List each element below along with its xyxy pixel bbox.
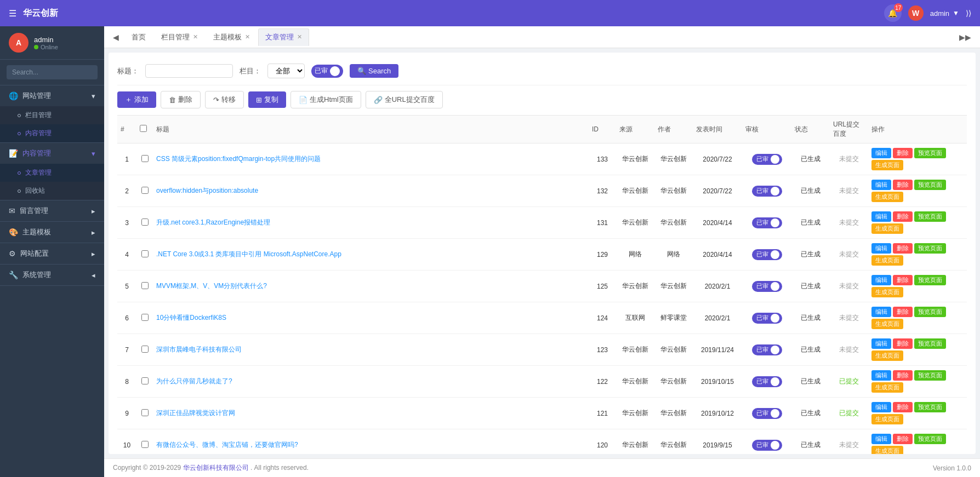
preview-button[interactable]: 预览页面 [914,243,946,254]
delete-row-button[interactable]: 删除 [893,370,913,381]
gen-page-button[interactable]: 生成页面 [871,350,903,361]
row-checkbox[interactable] [141,219,149,226]
delete-row-button[interactable]: 删除 [893,211,913,222]
gen-page-button[interactable]: 生成页面 [871,192,903,202]
audit-toggle-btn[interactable]: 已审 [752,281,782,292]
edit-button[interactable]: 编辑 [871,275,891,285]
preview-button[interactable]: 预览页面 [914,148,946,158]
cell-check[interactable] [136,429,153,455]
row-checkbox[interactable] [141,187,149,194]
title-link[interactable]: 深圳正佳品牌视觉设计官网 [156,409,235,417]
cell-audit[interactable]: 已审 [742,239,791,271]
company-link[interactable]: 华云创新科技有限公司 [183,464,249,472]
preview-button[interactable]: 预览页面 [914,307,946,317]
cell-audit[interactable]: 已审 [742,334,791,366]
gen-page-button[interactable]: 生成页面 [871,414,903,424]
cell-audit[interactable]: 已审 [742,366,791,398]
cell-check[interactable] [136,239,153,271]
sidebar-item-article[interactable]: 文章管理 [0,164,104,182]
tab-article-mgmt[interactable]: 文章管理 ✕ [258,28,309,46]
preview-button[interactable]: 预览页面 [914,402,946,412]
cell-check[interactable] [136,175,153,207]
delete-row-button[interactable]: 删除 [893,148,913,158]
delete-row-button[interactable]: 删除 [893,434,913,444]
title-link[interactable]: 为什么只停留几秒就走了? [156,377,232,385]
cell-audit[interactable]: 已审 [742,207,791,239]
sidebar-item-column-mgmt[interactable]: 栏目管理 [0,106,104,124]
user-info[interactable]: admin ▼ [930,9,959,18]
cell-check[interactable] [136,302,153,334]
edit-button[interactable]: 编辑 [871,402,891,412]
delete-row-button[interactable]: 删除 [893,275,913,285]
gen-page-button[interactable]: 生成页面 [871,160,903,170]
gen-page-button[interactable]: 生成页面 [871,319,903,329]
preview-button[interactable]: 预览页面 [914,275,946,285]
title-link[interactable]: overflow:hidden与position:absolute [156,187,258,194]
cell-check[interactable] [136,143,153,175]
preview-button[interactable]: 预览页面 [914,338,946,349]
sidebar-item-content[interactable]: 📝 内容管理 ▾ [0,143,104,164]
row-checkbox[interactable] [141,282,149,289]
submit-url-button[interactable]: 🔗 全URL提交百度 [366,91,443,108]
tab-article-close-icon[interactable]: ✕ [297,33,302,41]
title-link[interactable]: .NET Core 3.0或3.1 类库项目中引用 Microsoft.AspN… [156,250,341,258]
notification-bell[interactable]: 🔔 17 [884,4,902,22]
cell-audit[interactable]: 已审 [742,143,791,175]
gen-page-button[interactable]: 生成页面 [871,287,903,297]
delete-row-button[interactable]: 删除 [893,307,913,317]
edit-button[interactable]: 编辑 [871,370,891,381]
edit-button[interactable]: 编辑 [871,338,891,349]
audit-toggle-btn[interactable]: 已审 [752,376,782,387]
sidebar-item-site-config[interactable]: ⚙ 网站配置 ▸ [0,243,104,264]
row-checkbox[interactable] [141,441,149,448]
hamburger-icon[interactable]: ☰ [9,8,16,19]
audit-toggle-btn[interactable]: 已审 [752,154,782,165]
tab-column-close-icon[interactable]: ✕ [193,33,198,41]
cell-check[interactable] [136,398,153,429]
title-link[interactable]: 有微信公众号、微博、淘宝店铺，还要做官网吗? [156,441,298,449]
cell-check[interactable] [136,271,153,302]
transfer-button[interactable]: ↷ 转移 [205,91,244,108]
row-checkbox[interactable] [141,377,149,384]
cell-check[interactable] [136,207,153,239]
audit-toggle-btn[interactable]: 已审 [752,249,782,260]
edit-button[interactable]: 编辑 [871,307,891,317]
title-input[interactable] [145,64,233,78]
tab-nav-right[interactable]: ▶▶ [955,31,976,44]
cell-audit[interactable]: 已审 [742,175,791,207]
edit-button[interactable]: 编辑 [871,243,891,254]
sidebar-item-messages[interactable]: ✉ 留言管理 ▸ [0,200,104,221]
cell-check[interactable] [136,334,153,366]
gen-html-button[interactable]: 📄 生成Html页面 [290,91,361,108]
expand-icon[interactable]: ⟩⟩ [966,9,971,18]
sidebar-item-theme[interactable]: 🎨 主题模板 ▸ [0,222,104,243]
copy-button[interactable]: ⊞ 复制 [248,91,286,108]
cell-check[interactable] [136,366,153,398]
row-checkbox[interactable] [141,314,149,321]
audit-toggle-btn[interactable]: 已审 [752,313,782,324]
tab-home[interactable]: 首页 [124,28,153,46]
preview-button[interactable]: 预览页面 [914,180,946,190]
delete-row-button[interactable]: 删除 [893,338,913,349]
delete-button[interactable]: 🗑 删除 [161,91,201,108]
title-link[interactable]: 升级.net core3.1,RazorEngine报错处理 [156,219,270,226]
sidebar-item-recycle[interactable]: 回收站 [0,182,104,200]
audit-toggle-btn[interactable]: 已审 [752,186,782,197]
audit-toggle-btn[interactable]: 已审 [752,408,782,419]
gen-page-button[interactable]: 生成页面 [871,382,903,393]
gen-page-button[interactable]: 生成页面 [871,223,903,234]
preview-button[interactable]: 预览页面 [914,370,946,381]
edit-button[interactable]: 编辑 [871,434,891,444]
title-link[interactable]: MVVM框架,M、V、VM分别代表什么? [156,282,267,290]
title-link[interactable]: 10分钟看懂DockerfiK8S [156,314,226,321]
row-checkbox[interactable] [141,250,149,257]
sidebar-search-input[interactable] [7,65,98,79]
cell-audit[interactable]: 已审 [742,302,791,334]
title-link[interactable]: 深圳市晨峰电子科技有限公司 [156,346,242,353]
select-all-checkbox[interactable] [140,125,147,132]
sidebar-item-system[interactable]: 🔧 系统管理 ◂ [0,265,104,285]
audit-toggle[interactable]: 已审 [311,65,343,78]
cell-audit[interactable]: 已审 [742,271,791,302]
tab-theme-close-icon[interactable]: ✕ [245,33,250,41]
column-select[interactable]: 全部 [267,64,305,78]
